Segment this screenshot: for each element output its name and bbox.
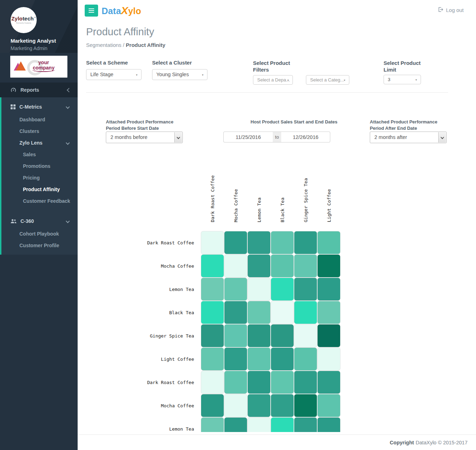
heatmap-row-label-lemon-tea: Lemon Tea [127,278,194,300]
sidebar-item-customer-profile[interactable]: Customer Profile [1,239,78,251]
heatmap-cell[interactable] [201,278,224,300]
user-profile: Zylotech™ Formerly Custora Marketing Ana… [0,0,78,53]
heatmap-col-label-lemon-tea: Lemon Tea [248,152,270,222]
heatmap-cell[interactable] [294,231,317,254]
category-select[interactable]: Select a Categ... ▼ [306,75,349,85]
heatmap-cell[interactable] [271,255,294,277]
heatmap-cell[interactable] [248,301,270,324]
heatmap-cell[interactable] [201,301,224,324]
heatmap-cell[interactable] [201,418,224,432]
caret-down-icon: ▼ [135,73,138,76]
heatmap-cell[interactable] [318,371,340,394]
menu-toggle-button[interactable] [85,5,98,17]
heatmap-cell[interactable] [248,255,270,277]
caret-down-icon: ▼ [343,79,346,81]
heatmap-cell[interactable] [201,394,224,417]
sidebar: Zylotech™ Formerly Custora Marketing Ana… [0,0,78,450]
heatmap-cell[interactable] [248,348,270,370]
product-limit-label: Select Product Limit [384,60,422,73]
heatmap-cell[interactable] [294,255,317,277]
sidebar-item-pricing[interactable]: Pricing [1,172,78,183]
heatmap-cell[interactable] [224,324,247,347]
heatmap-cell[interactable] [224,255,247,277]
company-logo-shape [16,61,26,71]
breadcrumb-root[interactable]: Segmentations [86,42,121,48]
sidebar-item-label: Sales [23,152,36,157]
sidebar-item-reports[interactable]: Reports [0,83,78,97]
heatmap-cell[interactable] [224,371,247,394]
breadcrumb-current: Product Affinity [126,42,165,48]
heatmap-col-label-light-coffee: Light Coffee [318,152,340,222]
heatmap-cell[interactable] [271,418,294,432]
heatmap-cell[interactable] [201,371,224,394]
heatmap-cell[interactable] [271,348,294,370]
heatmap-cell[interactable] [318,255,340,277]
heatmap-cell[interactable] [271,324,294,347]
heatmap-cell[interactable] [318,348,340,370]
department-select[interactable]: Select a Depa... ▼ [253,75,293,85]
heatmap-cell[interactable] [201,324,224,347]
select-arrow-icon [174,132,182,142]
section-divider [86,92,448,93]
heatmap-cell[interactable] [294,418,317,432]
after-period-select[interactable]: 2 months after [370,132,447,143]
heatmap-cell[interactable] [248,231,270,254]
heatmap-cell[interactable] [248,324,270,347]
heatmap-cell[interactable] [201,348,224,370]
heatmap-cell[interactable] [224,301,247,324]
sidebar-item-c-360[interactable]: C-360 [1,214,78,228]
heatmap-cell[interactable] [318,301,340,324]
start-date-input[interactable] [223,132,273,142]
heatmap-cell[interactable] [271,371,294,394]
heatmap-cell[interactable] [224,394,247,417]
heatmap-cell[interactable] [248,418,270,432]
product-limit-select[interactable]: 3 ▼ [384,75,421,84]
heatmap-row-label-ginger-spice-tea: Ginger Spice Tea [127,324,194,347]
sidebar-item-product-affinity[interactable]: Product Affinity [1,183,78,195]
logo-tagline: Formerly Custora [16,22,31,24]
heatmap-cell[interactable] [224,231,247,254]
heatmap-cell[interactable] [224,278,247,300]
sidebar-item-customer-feedback[interactable]: Customer Feedback [1,195,78,207]
sidebar-item-c-metrics[interactable]: C-Metrics [1,100,78,114]
heatmap-cell[interactable] [271,301,294,324]
scheme-select[interactable]: Life Stage ▼ [86,69,141,80]
heatmap-cell[interactable] [294,371,317,394]
footer: Copyright DataXylo © 2015-2017 [78,434,476,450]
end-date-input[interactable] [281,132,330,142]
before-period-select[interactable]: 2 months before [106,132,183,143]
heatmap-cell[interactable] [248,371,270,394]
heatmap-cell[interactable] [201,255,224,277]
heatmap-cell[interactable] [318,394,340,417]
logout-button[interactable]: Log out [438,7,464,13]
heatmap-cell[interactable] [294,278,317,300]
breadcrumb: Segmentations / Product Affinity [86,42,165,48]
heatmap-cell[interactable] [201,231,224,254]
sidebar-item-cohort-playbook[interactable]: Cohort Playbook [1,228,78,239]
sidebar-item-clusters[interactable]: Clusters [1,125,78,137]
heatmap-col-label-mocha-coffee: Mocha Coffee [224,152,247,222]
heatmap-cell[interactable] [294,348,317,370]
sidebar-item-dashboard[interactable]: Dashboard [1,114,78,125]
heatmap-cell[interactable] [271,278,294,300]
chevron-left-icon [67,88,71,92]
heatmap-cell[interactable] [318,231,340,254]
heatmap-cell[interactable] [248,394,270,417]
heatmap-col-label-dark-roast-coffee: Dark Roast Coffee [201,152,224,222]
cluster-select[interactable]: Young Singles ▼ [152,69,207,80]
heatmap-cell[interactable] [224,418,247,432]
heatmap-cell[interactable] [294,324,317,347]
heatmap-cell[interactable] [318,278,340,300]
heatmap-cell[interactable] [318,418,340,432]
sidebar-item-sales[interactable]: Sales [1,148,78,160]
heatmap-cell[interactable] [224,348,247,370]
sidebar-item-label: Pricing [23,175,40,181]
heatmap-cell[interactable] [294,301,317,324]
heatmap-cell[interactable] [318,324,340,347]
heatmap-cell[interactable] [271,394,294,417]
heatmap-cell[interactable] [294,394,317,417]
sidebar-item-zylo-lens[interactable]: Zylo Lens [1,137,78,148]
heatmap-cell[interactable] [248,278,270,300]
heatmap-cell[interactable] [271,231,294,254]
sidebar-item-promotions[interactable]: Promotions [1,160,78,172]
